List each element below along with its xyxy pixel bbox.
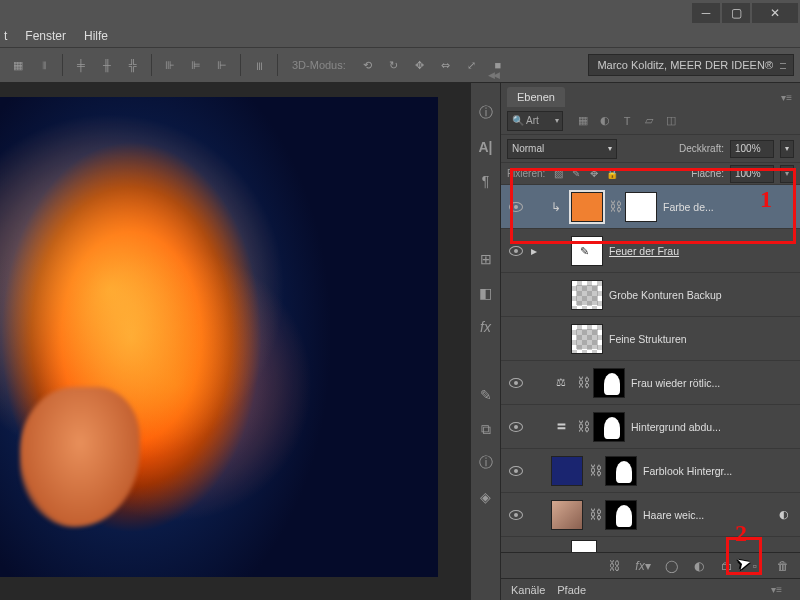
layer-row[interactable]: ⛓ Haare weic... ◐ — [501, 493, 800, 537]
visibility-toggle[interactable] — [507, 374, 525, 392]
distribute-icon[interactable]: ╫ — [95, 53, 119, 77]
layer-row[interactable]: ▸ ✎ Feuer der Frau — [501, 229, 800, 273]
distribute-icon[interactable]: ⊪ — [158, 53, 182, 77]
collapse-panels-icon[interactable]: ◀◀ — [488, 70, 498, 80]
link-mask-icon[interactable]: ⛓ — [589, 507, 599, 522]
layer-name[interactable]: Farbe de... — [663, 201, 794, 213]
fill-input[interactable]: 100% — [730, 165, 774, 183]
filter-type-icon[interactable]: T — [619, 113, 635, 129]
menu-item-hilfe[interactable]: Hilfe — [84, 29, 108, 43]
canvas-area[interactable] — [0, 83, 470, 600]
clone-icon[interactable]: ⧉ — [476, 419, 496, 439]
layer-thumbnail[interactable] — [551, 500, 583, 530]
layer-mask-thumbnail[interactable]: ✎ — [571, 236, 603, 266]
layer-filter-select[interactable]: 🔍Art — [507, 111, 563, 131]
link-mask-icon[interactable]: ⛓ — [577, 419, 587, 434]
layer-row[interactable]: ⛓ Farblook Hintergr... — [501, 449, 800, 493]
group-expand-icon[interactable]: ▸ — [531, 244, 545, 258]
align-icon[interactable]: ⫴ — [32, 53, 56, 77]
smart-filter-icon[interactable]: ◐ — [774, 508, 794, 521]
adjustments-icon[interactable]: fx — [476, 317, 496, 337]
3d-scale-icon[interactable]: ⤢ — [460, 53, 484, 77]
lock-all-icon[interactable]: 🔒 — [605, 167, 619, 181]
fill-dropdown-icon[interactable]: ▾ — [780, 165, 794, 183]
tab-pfade[interactable]: Pfade — [557, 584, 586, 596]
layer-mask-thumbnail[interactable] — [605, 500, 637, 530]
maximize-button[interactable]: ▢ — [722, 3, 750, 23]
align-icon[interactable]: ▦ — [6, 53, 30, 77]
layer-effects-icon[interactable]: fx▾ — [634, 557, 652, 575]
history-icon[interactable]: ⓘ — [476, 103, 496, 123]
link-mask-icon[interactable]: ⛓ — [609, 199, 619, 214]
layer-thumbnail[interactable] — [551, 456, 583, 486]
visibility-toggle[interactable] — [507, 462, 525, 480]
navigator-icon[interactable]: ◈ — [476, 487, 496, 507]
3d-slide-icon[interactable]: ⇔ — [434, 53, 458, 77]
menu-item-fenster[interactable]: Fenster — [25, 29, 66, 43]
layer-row[interactable]: Grobe Konturen Backup — [501, 273, 800, 317]
layer-mask-thumbnail[interactable] — [605, 456, 637, 486]
new-adjustment-icon[interactable]: ◐ — [690, 557, 708, 575]
layer-name[interactable]: Grobe Konturen Backup — [609, 289, 794, 301]
arrange-icon[interactable]: ⫼ — [247, 53, 271, 77]
lock-pixels-icon[interactable]: ✎ — [569, 167, 583, 181]
character-icon[interactable]: A| — [476, 137, 496, 157]
tab-ebenen[interactable]: Ebenen — [507, 87, 565, 107]
new-group-icon[interactable]: 🗀 — [718, 557, 736, 575]
layer-thumbnail[interactable] — [571, 324, 603, 354]
distribute-icon[interactable]: ╪ — [69, 53, 93, 77]
layer-row[interactable] — [501, 537, 800, 552]
layer-mask-thumbnail[interactable] — [593, 368, 625, 398]
opacity-input[interactable]: 100% — [730, 140, 774, 158]
info-icon[interactable]: ⓘ — [476, 453, 496, 473]
layer-name[interactable]: Hintergrund abdu... — [631, 421, 794, 433]
layer-name[interactable]: Feine Strukturen — [609, 333, 794, 345]
3d-pan-icon[interactable]: ✥ — [408, 53, 432, 77]
blend-mode-select[interactable]: Normal — [507, 139, 617, 159]
layer-name[interactable]: Feuer der Frau — [609, 245, 794, 257]
user-dropdown[interactable]: Marco Kolditz, MEER DER IDEEN® — [588, 54, 794, 76]
color-icon[interactable]: ◧ — [476, 283, 496, 303]
distribute-icon[interactable]: ⊩ — [210, 53, 234, 77]
lock-position-icon[interactable]: ✥ — [587, 167, 601, 181]
distribute-icon[interactable]: ⊫ — [184, 53, 208, 77]
layer-name[interactable]: Farblook Hintergr... — [643, 465, 794, 477]
3d-roll-icon[interactable]: ↻ — [382, 53, 406, 77]
menu-item-0[interactable]: t — [4, 29, 7, 43]
close-button[interactable]: ✕ — [752, 3, 798, 23]
visibility-toggle[interactable] — [507, 198, 525, 216]
link-mask-icon[interactable]: ⛓ — [577, 375, 587, 390]
layer-row[interactable]: 〓 ⛓ Hintergrund abdu... — [501, 405, 800, 449]
visibility-toggle[interactable] — [507, 418, 525, 436]
panel-menu-icon[interactable]: ▾≡ — [763, 580, 790, 599]
layer-name[interactable]: Frau wieder rötlic... — [631, 377, 794, 389]
filter-shape-icon[interactable]: ▱ — [641, 113, 657, 129]
delete-layer-icon[interactable]: 🗑 — [774, 557, 792, 575]
link-mask-icon[interactable]: ⛓ — [589, 463, 599, 478]
layer-row[interactable]: ⚖ ⛓ Frau wieder rötlic... — [501, 361, 800, 405]
layer-row[interactable]: ↳ ⛓ Farbe de... — [501, 185, 800, 229]
filter-adjust-icon[interactable]: ◐ — [597, 113, 613, 129]
layer-row[interactable]: Feine Strukturen — [501, 317, 800, 361]
visibility-toggle[interactable] — [507, 506, 525, 524]
filter-pixel-icon[interactable]: ▦ — [575, 113, 591, 129]
layer-thumbnail[interactable] — [571, 280, 603, 310]
panel-menu-icon[interactable]: ▾≡ — [773, 88, 800, 107]
minimize-button[interactable]: ─ — [692, 3, 720, 23]
add-mask-icon[interactable]: ◯ — [662, 557, 680, 575]
swatches-icon[interactable]: ⊞ — [476, 249, 496, 269]
tab-kanaele[interactable]: Kanäle — [511, 584, 545, 596]
layer-mask-thumbnail[interactable] — [593, 412, 625, 442]
layer-thumbnail[interactable] — [571, 192, 603, 222]
distribute-icon[interactable]: ╬ — [121, 53, 145, 77]
brush-icon[interactable]: ✎ — [476, 385, 496, 405]
visibility-toggle[interactable] — [507, 330, 525, 348]
visibility-toggle[interactable] — [507, 286, 525, 304]
filter-mask-thumbnail[interactable] — [571, 540, 597, 553]
filter-smart-icon[interactable]: ◫ — [663, 113, 679, 129]
layer-mask-thumbnail[interactable] — [625, 192, 657, 222]
link-layers-icon[interactable]: ⛓ — [606, 557, 624, 575]
layer-name[interactable]: Haare weic... — [643, 509, 768, 521]
lock-transparent-icon[interactable]: ▨ — [551, 167, 565, 181]
paragraph-icon[interactable]: ¶ — [476, 171, 496, 191]
